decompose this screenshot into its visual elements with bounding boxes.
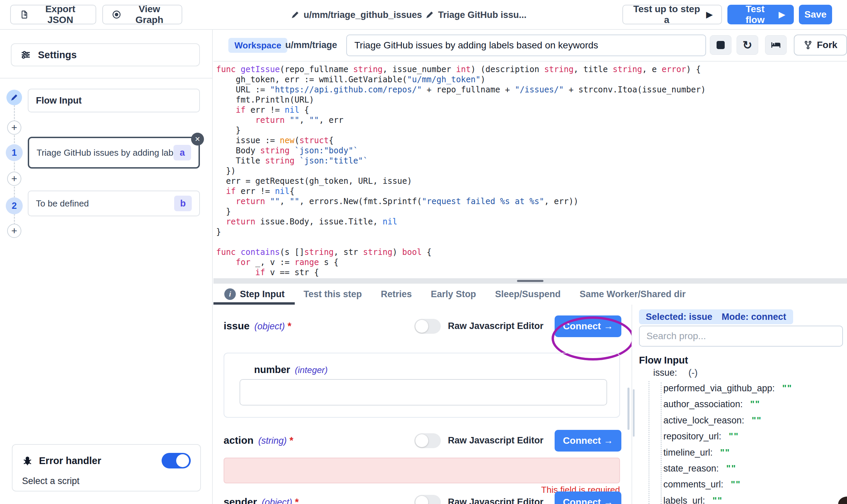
splitter-drag-handle[interactable]	[517, 280, 543, 282]
git-fork-icon	[803, 40, 813, 50]
number-input[interactable]	[240, 379, 607, 406]
settings-button[interactable]: Settings	[11, 43, 200, 66]
tree-item-value: ""	[729, 431, 739, 442]
action-input-invalid[interactable]	[224, 457, 620, 483]
tree-item-repository_url[interactable]: repository_url:""	[663, 431, 739, 442]
error-handler-subtitle[interactable]: Select a script	[22, 476, 191, 486]
step-1-card[interactable]: Triage GitHub issues by adding labels ..…	[28, 137, 200, 168]
issue-object-card: number(integer)	[224, 353, 620, 418]
tree-item-value: ""	[731, 479, 741, 489]
stop-button[interactable]	[710, 35, 731, 55]
code-line: if err != nil {	[216, 105, 847, 115]
file-export-icon	[20, 10, 29, 19]
view-graph-button[interactable]: View Graph	[102, 5, 182, 24]
fork-button[interactable]: Fork	[794, 35, 847, 55]
test-flow-label: Test flow	[736, 4, 774, 25]
connect-button-sender[interactable]: Connect →	[555, 491, 621, 504]
add-step-button-3[interactable]: +	[7, 224, 21, 238]
toggle-knob	[415, 496, 428, 504]
tree-item-value: ""	[752, 415, 762, 426]
tree-item-timeline_url[interactable]: timeline_url:""	[663, 448, 730, 458]
mode-badge: Mode: connect	[715, 309, 793, 324]
add-step-button-1[interactable]: +	[7, 121, 21, 135]
pencil-icon	[425, 11, 434, 19]
bed-icon	[771, 40, 781, 50]
step-panel-scrollbar[interactable]	[627, 388, 629, 430]
tab-retries[interactable]: Retries	[381, 289, 412, 300]
tab-label: Retries	[381, 289, 412, 300]
tree-item-label: comments_url:	[663, 479, 723, 489]
refresh-icon: ↻	[743, 39, 753, 51]
connect-panel-scrollbar[interactable]	[633, 389, 635, 437]
bug-icon	[22, 455, 33, 466]
save-label: Save	[804, 9, 826, 20]
tree-item-active_lock_reason[interactable]: active_lock_reason:""	[663, 415, 762, 426]
code-editor[interactable]: func getIssue(repo_fullname string, issu…	[213, 62, 847, 277]
tree-root-value: (-)	[688, 367, 697, 378]
summary-input[interactable]	[346, 35, 706, 56]
step-2-label: To be defined	[36, 198, 174, 209]
toggle-knob	[176, 454, 189, 467]
step-1-number: 1	[6, 144, 23, 161]
tree-item-author_association[interactable]: author_association:""	[663, 399, 760, 410]
tree-root-label: issue:	[653, 367, 677, 378]
tree-item-performed_via_github_app[interactable]: performed_via_github_app:""	[663, 383, 792, 394]
test-flow-button[interactable]: Test flow ▶	[727, 5, 794, 24]
tree-item-comments_url[interactable]: comments_url:""	[663, 479, 741, 490]
field-row-sender: sender(object)* Raw Javascript Editor Co…	[224, 491, 621, 504]
view-graph-label: View Graph	[126, 4, 173, 25]
tree-root-issue[interactable]: issue: (-)	[653, 367, 697, 378]
flow-input-header: Flow Input	[639, 355, 688, 366]
workspace-badge: Workspace	[228, 38, 287, 53]
flow-input-icon[interactable]	[6, 90, 22, 105]
field-row-issue: issue(object)* Raw Javascript Editor Con…	[224, 316, 621, 343]
toggle-knob	[415, 320, 428, 333]
error-handler-label: Error handler	[39, 455, 101, 466]
top-bar: Export JSON View Graph u/mm/triage_githu…	[0, 0, 847, 30]
step-2-card[interactable]: To be defined b	[28, 191, 200, 216]
stop-icon	[716, 41, 725, 49]
code-line: }	[216, 125, 847, 136]
connect-button-issue[interactable]: Connect →	[555, 316, 621, 337]
play-icon: ▶	[706, 10, 712, 19]
code-line: err = getRequest(gh_token, URL, issue)	[216, 176, 847, 186]
tree-item-state_reason[interactable]: state_reason:""	[663, 463, 736, 474]
search-prop-input[interactable]	[639, 326, 843, 347]
code-line: if err != nil{	[216, 186, 847, 196]
raw-js-toggle-sender[interactable]	[414, 495, 441, 504]
field-row-action: action(string)* Raw Javascript Editor Co…	[224, 430, 621, 457]
settings-label: Settings	[38, 50, 76, 60]
tab-step-input[interactable]: iStep Input	[224, 288, 284, 300]
step-1-badge: a	[173, 145, 191, 160]
raw-js-label: Raw Javascript Editor	[448, 435, 543, 446]
restart-button[interactable]: ↻	[737, 35, 758, 55]
breadcrumb-title[interactable]: Triage GitHub issu...	[425, 0, 526, 30]
connect-button-action[interactable]: Connect →	[555, 430, 621, 452]
tab-early-stop[interactable]: Early Stop	[431, 289, 477, 300]
remove-step-icon[interactable]: ✕	[191, 133, 204, 146]
field-issue-name: issue	[224, 320, 250, 331]
error-handler-toggle[interactable]	[161, 453, 191, 468]
raw-js-toggle-action[interactable]	[414, 433, 441, 448]
code-line: gh_token, err := wmill.GetVariable("u/mm…	[216, 74, 847, 85]
test-up-to-step-label: Test up to step a	[632, 4, 702, 25]
add-step-button-2[interactable]: +	[7, 172, 21, 186]
tab-same-worker-shared-dir[interactable]: Same Worker/Shared dir	[580, 289, 686, 300]
export-json-label: Export JSON	[34, 4, 87, 25]
workspace-path[interactable]: u/mm/triage	[285, 40, 337, 50]
raw-js-toggle-issue[interactable]	[414, 319, 441, 334]
test-up-to-step-button[interactable]: Test up to step a ▶	[622, 5, 722, 24]
export-json-button[interactable]: Export JSON	[10, 5, 96, 24]
tree-item-value: ""	[720, 448, 730, 457]
tree-item-labels_url[interactable]: labels_url:""	[663, 496, 723, 504]
field-sender-name: sender	[224, 496, 257, 504]
tree-guide-line	[661, 382, 662, 504]
breadcrumb-path[interactable]: u/mm/triage_github_issues	[291, 0, 422, 30]
code-line: })	[216, 166, 847, 176]
tab-sleep-suspend[interactable]: Sleep/Suspend	[495, 289, 561, 300]
save-button[interactable]: Save	[799, 5, 832, 24]
code-line: issue := new(struct{	[216, 136, 847, 146]
flow-input-card[interactable]: Flow Input	[28, 89, 200, 112]
tab-test-this-step[interactable]: Test this step	[304, 289, 362, 300]
sleep-button[interactable]	[765, 35, 787, 55]
